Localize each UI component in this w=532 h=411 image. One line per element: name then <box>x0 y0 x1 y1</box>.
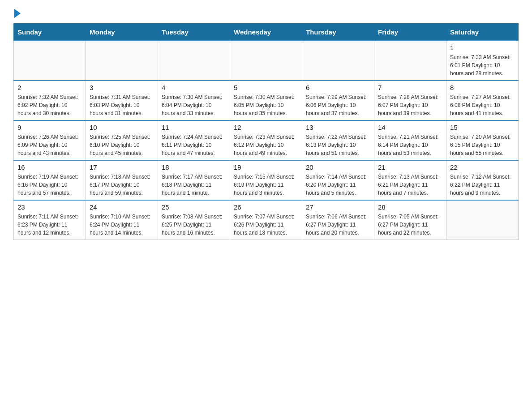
calendar-cell: 27Sunrise: 7:06 AM Sunset: 6:27 PM Dayli… <box>302 200 374 240</box>
day-info: Sunrise: 7:20 AM Sunset: 6:15 PM Dayligh… <box>450 133 515 157</box>
day-number: 13 <box>306 124 370 131</box>
calendar-cell <box>14 41 86 81</box>
day-info: Sunrise: 7:22 AM Sunset: 6:13 PM Dayligh… <box>306 133 370 157</box>
calendar-cell: 23Sunrise: 7:11 AM Sunset: 6:23 PM Dayli… <box>14 200 86 240</box>
day-info: Sunrise: 7:30 AM Sunset: 6:05 PM Dayligh… <box>234 93 298 117</box>
logo <box>13 9 21 16</box>
calendar-cell: 9Sunrise: 7:26 AM Sunset: 6:09 PM Daylig… <box>14 120 86 160</box>
calendar-cell: 19Sunrise: 7:15 AM Sunset: 6:19 PM Dayli… <box>230 160 302 200</box>
day-info: Sunrise: 7:33 AM Sunset: 6:01 PM Dayligh… <box>450 53 515 77</box>
day-info: Sunrise: 7:18 AM Sunset: 6:17 PM Dayligh… <box>90 173 154 197</box>
day-info: Sunrise: 7:29 AM Sunset: 6:06 PM Dayligh… <box>306 93 370 117</box>
weekday-header-friday: Friday <box>374 24 446 41</box>
calendar-cell: 24Sunrise: 7:10 AM Sunset: 6:24 PM Dayli… <box>86 200 158 240</box>
day-number: 12 <box>234 124 298 131</box>
day-info: Sunrise: 7:17 AM Sunset: 6:18 PM Dayligh… <box>162 173 226 197</box>
calendar-table: SundayMondayTuesdayWednesdayThursdayFrid… <box>13 23 519 240</box>
day-number: 6 <box>306 84 370 91</box>
day-number: 9 <box>17 124 82 131</box>
day-number: 17 <box>90 163 154 171</box>
calendar-cell: 12Sunrise: 7:23 AM Sunset: 6:12 PM Dayli… <box>230 120 302 160</box>
weekday-header-sunday: Sunday <box>14 24 86 41</box>
day-number: 28 <box>378 203 442 211</box>
calendar-cell: 11Sunrise: 7:24 AM Sunset: 6:11 PM Dayli… <box>158 120 230 160</box>
calendar-week-row: 16Sunrise: 7:19 AM Sunset: 6:16 PM Dayli… <box>14 160 519 200</box>
day-info: Sunrise: 7:05 AM Sunset: 6:27 PM Dayligh… <box>378 213 442 237</box>
day-number: 2 <box>17 84 82 91</box>
calendar-cell: 20Sunrise: 7:14 AM Sunset: 6:20 PM Dayli… <box>302 160 374 200</box>
day-number: 10 <box>90 124 154 131</box>
day-info: Sunrise: 7:10 AM Sunset: 6:24 PM Dayligh… <box>90 213 154 237</box>
day-info: Sunrise: 7:21 AM Sunset: 6:14 PM Dayligh… <box>378 133 442 157</box>
day-number: 3 <box>90 84 154 91</box>
day-number: 15 <box>450 124 515 131</box>
calendar-cell <box>230 41 302 81</box>
calendar-cell: 16Sunrise: 7:19 AM Sunset: 6:16 PM Dayli… <box>14 160 86 200</box>
day-info: Sunrise: 7:25 AM Sunset: 6:10 PM Dayligh… <box>90 133 154 157</box>
day-info: Sunrise: 7:15 AM Sunset: 6:19 PM Dayligh… <box>234 173 298 197</box>
day-number: 7 <box>378 84 442 91</box>
calendar-cell: 17Sunrise: 7:18 AM Sunset: 6:17 PM Dayli… <box>86 160 158 200</box>
day-number: 25 <box>162 203 226 211</box>
day-info: Sunrise: 7:07 AM Sunset: 6:26 PM Dayligh… <box>234 213 298 237</box>
day-number: 26 <box>234 203 298 211</box>
calendar-week-row: 2Sunrise: 7:32 AM Sunset: 6:02 PM Daylig… <box>14 81 519 120</box>
day-info: Sunrise: 7:26 AM Sunset: 6:09 PM Dayligh… <box>17 133 82 157</box>
calendar-week-row: 23Sunrise: 7:11 AM Sunset: 6:23 PM Dayli… <box>14 200 519 240</box>
day-number: 11 <box>162 124 226 131</box>
calendar-week-row: 1Sunrise: 7:33 AM Sunset: 6:01 PM Daylig… <box>14 41 519 81</box>
page-header <box>13 9 519 16</box>
calendar-cell: 10Sunrise: 7:25 AM Sunset: 6:10 PM Dayli… <box>86 120 158 160</box>
calendar-cell: 26Sunrise: 7:07 AM Sunset: 6:26 PM Dayli… <box>230 200 302 240</box>
day-info: Sunrise: 7:13 AM Sunset: 6:21 PM Dayligh… <box>378 173 442 197</box>
calendar-cell <box>446 200 519 240</box>
calendar-week-row: 9Sunrise: 7:26 AM Sunset: 6:09 PM Daylig… <box>14 120 519 160</box>
day-number: 19 <box>234 163 298 171</box>
day-number: 22 <box>450 163 515 171</box>
day-info: Sunrise: 7:24 AM Sunset: 6:11 PM Dayligh… <box>162 133 226 157</box>
day-number: 5 <box>234 84 298 91</box>
day-info: Sunrise: 7:06 AM Sunset: 6:27 PM Dayligh… <box>306 213 370 237</box>
weekday-header-tuesday: Tuesday <box>158 24 230 41</box>
weekday-header-saturday: Saturday <box>446 24 519 41</box>
day-info: Sunrise: 7:14 AM Sunset: 6:20 PM Dayligh… <box>306 173 370 197</box>
day-number: 4 <box>162 84 226 91</box>
day-info: Sunrise: 7:11 AM Sunset: 6:23 PM Dayligh… <box>17 213 82 237</box>
day-number: 23 <box>17 203 82 211</box>
calendar-cell: 21Sunrise: 7:13 AM Sunset: 6:21 PM Dayli… <box>374 160 446 200</box>
day-number: 24 <box>90 203 154 211</box>
day-number: 16 <box>17 163 82 171</box>
calendar-cell: 1Sunrise: 7:33 AM Sunset: 6:01 PM Daylig… <box>446 41 519 81</box>
day-info: Sunrise: 7:27 AM Sunset: 6:08 PM Dayligh… <box>450 93 515 117</box>
day-info: Sunrise: 7:32 AM Sunset: 6:02 PM Dayligh… <box>17 93 82 117</box>
logo-triangle-icon <box>14 9 21 18</box>
calendar-cell <box>302 41 374 81</box>
day-info: Sunrise: 7:28 AM Sunset: 6:07 PM Dayligh… <box>378 93 442 117</box>
calendar-cell: 25Sunrise: 7:08 AM Sunset: 6:25 PM Dayli… <box>158 200 230 240</box>
calendar-cell <box>158 41 230 81</box>
day-info: Sunrise: 7:30 AM Sunset: 6:04 PM Dayligh… <box>162 93 226 117</box>
calendar-header-row: SundayMondayTuesdayWednesdayThursdayFrid… <box>14 24 519 41</box>
calendar-cell: 15Sunrise: 7:20 AM Sunset: 6:15 PM Dayli… <box>446 120 519 160</box>
day-number: 8 <box>450 84 515 91</box>
calendar-cell: 6Sunrise: 7:29 AM Sunset: 6:06 PM Daylig… <box>302 81 374 120</box>
calendar-cell: 22Sunrise: 7:12 AM Sunset: 6:22 PM Dayli… <box>446 160 519 200</box>
calendar-cell: 14Sunrise: 7:21 AM Sunset: 6:14 PM Dayli… <box>374 120 446 160</box>
day-info: Sunrise: 7:12 AM Sunset: 6:22 PM Dayligh… <box>450 173 515 197</box>
calendar-cell: 5Sunrise: 7:30 AM Sunset: 6:05 PM Daylig… <box>230 81 302 120</box>
day-number: 14 <box>378 124 442 131</box>
day-info: Sunrise: 7:19 AM Sunset: 6:16 PM Dayligh… <box>17 173 82 197</box>
day-number: 20 <box>306 163 370 171</box>
calendar-cell: 28Sunrise: 7:05 AM Sunset: 6:27 PM Dayli… <box>374 200 446 240</box>
calendar-cell: 3Sunrise: 7:31 AM Sunset: 6:03 PM Daylig… <box>86 81 158 120</box>
day-info: Sunrise: 7:31 AM Sunset: 6:03 PM Dayligh… <box>90 93 154 117</box>
calendar-cell: 7Sunrise: 7:28 AM Sunset: 6:07 PM Daylig… <box>374 81 446 120</box>
calendar-cell: 18Sunrise: 7:17 AM Sunset: 6:18 PM Dayli… <box>158 160 230 200</box>
calendar-cell <box>86 41 158 81</box>
calendar-cell <box>374 41 446 81</box>
day-number: 21 <box>378 163 442 171</box>
calendar-cell: 8Sunrise: 7:27 AM Sunset: 6:08 PM Daylig… <box>446 81 519 120</box>
day-number: 1 <box>450 44 515 51</box>
calendar-cell: 4Sunrise: 7:30 AM Sunset: 6:04 PM Daylig… <box>158 81 230 120</box>
day-number: 18 <box>162 163 226 171</box>
